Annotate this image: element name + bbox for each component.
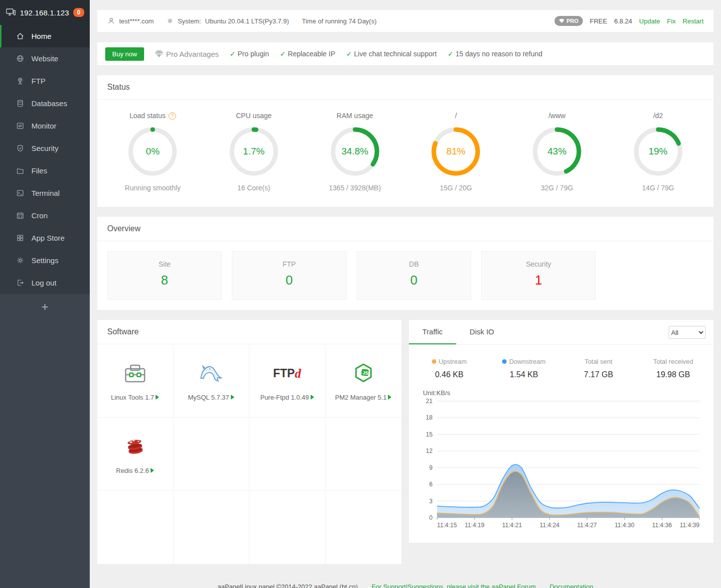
version-number: 6.8.24 bbox=[614, 17, 632, 25]
sidebar-item-cron[interactable]: Cron bbox=[0, 204, 90, 227]
overview-title: Overview bbox=[97, 217, 714, 241]
pro-advantages: Pro Advantages bbox=[155, 50, 219, 58]
software-item-redis[interactable]: Redis 6.2.6 bbox=[97, 418, 174, 491]
buy-now-button[interactable]: Buy now bbox=[105, 47, 144, 61]
overview-card-db[interactable]: DB 0 bbox=[357, 251, 471, 300]
toolbox-icon bbox=[124, 361, 147, 387]
diamond-icon bbox=[155, 50, 163, 57]
sidebar-item-label: Terminal bbox=[31, 189, 60, 197]
software-title: Software bbox=[97, 320, 401, 344]
stat-downstream: Downstream 1.54 KB bbox=[487, 358, 561, 379]
check-icon: ✓ bbox=[346, 50, 352, 58]
check-icon: ✓ bbox=[448, 50, 454, 58]
traffic-tabs: Traffic Disk IO bbox=[409, 320, 714, 345]
documentation-link[interactable]: Documentation bbox=[549, 583, 593, 588]
software-item-pure-ftpd[interactable]: FTPd Pure-Ftpd 1.0.49 bbox=[249, 344, 326, 418]
sidebar-item-label: Databases bbox=[31, 99, 67, 108]
status-title: Status bbox=[97, 75, 714, 100]
status-section: Status Load status? 0% Running smoothly … bbox=[97, 75, 714, 207]
traffic-section: Traffic Disk IO All Upstream 0.46 KB Dow… bbox=[409, 320, 714, 543]
traffic-range-select[interactable]: All bbox=[669, 326, 706, 339]
svg-text:11:4:24: 11:4:24 bbox=[540, 522, 559, 529]
edition-label: FREE bbox=[590, 17, 607, 25]
svg-text:JS: JS bbox=[362, 370, 368, 376]
check-icon: ✓ bbox=[230, 50, 236, 58]
tab-disk-io[interactable]: Disk IO bbox=[456, 320, 508, 344]
software-item-mysql[interactable]: MySQL 5.7.37 bbox=[174, 344, 250, 418]
overview-card-ftp[interactable]: FTP 0 bbox=[232, 251, 347, 300]
software-item-linux-tools[interactable]: Linux Tools 1.7 bbox=[97, 344, 174, 418]
sidebar-item-settings[interactable]: Settings bbox=[0, 249, 90, 272]
sidebar-item-label: Settings bbox=[31, 256, 58, 265]
svg-text:3: 3 bbox=[429, 498, 433, 505]
software-empty-cell bbox=[326, 418, 402, 491]
overview-card-site[interactable]: Site 8 bbox=[107, 251, 222, 300]
downstream-dot-icon bbox=[502, 359, 507, 364]
svg-text:15: 15 bbox=[426, 431, 433, 438]
sidebar-item-files[interactable]: Files bbox=[0, 159, 90, 182]
shield-icon bbox=[16, 144, 24, 152]
check-icon: ✓ bbox=[280, 50, 286, 58]
sidebar-item-label: Cron bbox=[31, 211, 48, 220]
traffic-chart: Unit:KB/s03691215182111:4:1511:4:1911:4:… bbox=[409, 381, 714, 543]
svg-text:11:4:19: 11:4:19 bbox=[465, 522, 485, 529]
username[interactable]: test****.com bbox=[119, 17, 154, 25]
svg-text:21: 21 bbox=[426, 398, 433, 405]
feature-refund: ✓15 days no reason to refund bbox=[448, 50, 542, 58]
svg-text:6: 6 bbox=[429, 481, 433, 488]
logout-icon bbox=[16, 279, 24, 287]
server-monitor-icon bbox=[6, 8, 16, 16]
mysql-dolphin-icon bbox=[198, 361, 224, 387]
fix-link[interactable]: Fix bbox=[667, 17, 676, 25]
gauge-load-status: Load status? 0% Running smoothly bbox=[102, 112, 203, 192]
gauge-disk-d2: /d2 19% 14G / 79G bbox=[607, 112, 709, 192]
sidebar-item-ftp[interactable]: FTP bbox=[0, 70, 90, 92]
software-item-pm2[interactable]: JS PM2 Manager 5.1 bbox=[326, 344, 402, 418]
software-empty-cell bbox=[97, 491, 174, 564]
svg-text:11:4:21: 11:4:21 bbox=[502, 522, 522, 529]
gauge-disk-www: /www 43% 32G / 79G bbox=[507, 112, 608, 192]
forum-link[interactable]: For Support|Suggestions, please visit th… bbox=[371, 583, 536, 588]
sidebar-item-label: Website bbox=[31, 54, 58, 63]
sidebar-item-label: App Store bbox=[31, 234, 65, 242]
sidebar: 192.168.1.123 0 Home Website FTP Databas… bbox=[0, 0, 90, 588]
sidebar-item-website[interactable]: Website bbox=[0, 47, 90, 70]
pro-badge[interactable]: PRO bbox=[554, 16, 583, 26]
diamond-icon bbox=[559, 18, 564, 23]
sidebar-item-terminal[interactable]: Terminal bbox=[0, 182, 90, 204]
svg-text:0: 0 bbox=[429, 514, 433, 521]
sidebar-item-databases[interactable]: Databases bbox=[0, 92, 90, 115]
ftpd-logo-icon: FTPd bbox=[273, 361, 301, 387]
system-label: System: bbox=[178, 17, 201, 25]
message-count-badge[interactable]: 0 bbox=[73, 8, 85, 17]
play-icon bbox=[151, 468, 154, 473]
sidebar-item-home[interactable]: Home bbox=[0, 25, 90, 47]
sidebar-item-label: Security bbox=[31, 144, 58, 152]
software-empty-cell bbox=[174, 418, 250, 491]
overview-card-security[interactable]: Security 1 bbox=[481, 251, 596, 300]
sidebar-item-app-store[interactable]: App Store bbox=[0, 227, 90, 249]
user-icon bbox=[107, 17, 115, 25]
sidebar-item-security[interactable]: Security bbox=[0, 137, 90, 159]
sidebar-item-logout[interactable]: Log out bbox=[0, 272, 90, 294]
uptime: Time of running 74 Day(s) bbox=[302, 17, 376, 25]
upstream-dot-icon bbox=[432, 359, 436, 364]
svg-text:11:4:30: 11:4:30 bbox=[615, 522, 635, 529]
play-icon bbox=[311, 395, 314, 400]
tab-traffic[interactable]: Traffic bbox=[409, 320, 456, 344]
help-icon[interactable]: ? bbox=[169, 112, 176, 120]
nodejs-hexagon-icon: JS bbox=[353, 361, 374, 387]
restart-link[interactable]: Restart bbox=[683, 17, 704, 25]
play-icon bbox=[156, 395, 159, 400]
system-gear-icon bbox=[167, 17, 174, 24]
sidebar-item-label: Home bbox=[31, 32, 51, 40]
feature-replaceable-ip: ✓Replaceable IP bbox=[280, 50, 336, 58]
svg-text:18: 18 bbox=[426, 414, 433, 421]
sidebar-add-button[interactable]: + bbox=[0, 294, 90, 314]
sidebar-item-monitor[interactable]: Monitor bbox=[0, 115, 90, 137]
update-link[interactable]: Update bbox=[639, 17, 660, 25]
main-content: test****.com System: Ubuntu 20.04.1 LTS(… bbox=[90, 0, 721, 588]
svg-text:Unit:KB/s: Unit:KB/s bbox=[423, 389, 450, 397]
svg-text:11:4:36: 11:4:36 bbox=[652, 522, 672, 529]
sidebar-item-label: FTP bbox=[31, 77, 45, 85]
